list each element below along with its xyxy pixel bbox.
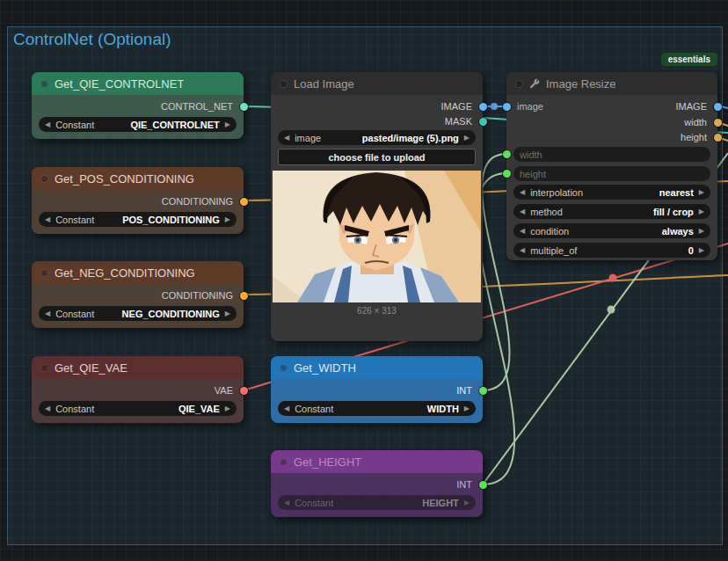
node-header[interactable]: Get_WIDTH [271, 356, 483, 379]
image-input-dot[interactable] [503, 103, 511, 111]
output-slot-label: IMAGE [441, 101, 483, 112]
int-output-dot[interactable] [479, 481, 487, 489]
node-header[interactable]: Get_QIE_CONTROLNET [32, 72, 244, 95]
collapse-icon[interactable] [280, 80, 288, 88]
next-value-icon[interactable]: ▶ [225, 216, 230, 223]
width-input-widget[interactable]: width [513, 147, 710, 162]
next-value-icon[interactable]: ▶ [699, 247, 704, 254]
prev-value-icon[interactable]: ◀ [520, 208, 525, 215]
widget-label: width [520, 149, 542, 160]
next-value-icon[interactable]: ▶ [699, 208, 704, 215]
mask-output-dot[interactable] [479, 118, 487, 126]
essentials-badge: essentials [661, 53, 717, 66]
prev-value-icon[interactable]: ◀ [45, 121, 50, 128]
interpolation-combo[interactable]: ◀ interpolation nearest ▶ [513, 185, 710, 200]
prev-value-icon[interactable]: ◀ [45, 405, 50, 412]
node-title: Get_HEIGHT [294, 455, 361, 469]
prev-value-icon[interactable]: ◀ [520, 247, 525, 254]
vae-output-dot[interactable] [240, 387, 248, 395]
next-value-icon[interactable]: ▶ [464, 405, 470, 412]
node-title: Get_NEG_CONDITIONING [55, 266, 195, 280]
next-value-icon[interactable]: ▶ [699, 228, 704, 235]
widget-label: image [295, 133, 321, 143]
prev-value-icon[interactable]: ◀ [45, 310, 50, 317]
node-title: Load Image [294, 77, 354, 91]
node-get-pos-conditioning[interactable]: Get_POS_CONDITIONING CONDITIONING ◀ Cons… [32, 167, 244, 234]
next-value-icon[interactable]: ▶ [225, 405, 230, 412]
node-title: Image Resize [546, 77, 615, 91]
node-header[interactable]: Get_NEG_CONDITIONING [32, 261, 244, 284]
widget-label: multiple_of [530, 245, 577, 256]
widget-label: Constant [295, 404, 333, 414]
height-input-dot[interactable] [503, 170, 511, 178]
next-value-icon[interactable]: ▶ [225, 121, 230, 128]
prev-value-icon[interactable]: ◀ [45, 216, 50, 223]
node-header[interactable]: Load Image [271, 72, 483, 95]
int-output-dot[interactable] [479, 387, 487, 395]
constant-widget[interactable]: ◀ Constant HEIGHT ▶ [278, 495, 476, 510]
next-value-icon[interactable]: ▶ [464, 135, 470, 142]
next-value-icon[interactable]: ▶ [699, 189, 704, 196]
widget-value: always [662, 226, 694, 237]
collapse-icon[interactable] [40, 364, 48, 372]
conditioning-output-dot[interactable] [240, 292, 248, 300]
node-header[interactable]: Image Resize [506, 72, 717, 95]
collapse-icon[interactable] [40, 175, 48, 183]
constant-widget[interactable]: ◀ Constant QIE_VAE ▶ [39, 401, 237, 416]
widget-label: Constant [55, 404, 94, 414]
upload-button[interactable]: choose file to upload [278, 149, 476, 165]
collapse-icon[interactable] [280, 364, 288, 372]
collapse-icon[interactable] [280, 458, 288, 466]
constant-widget[interactable]: ◀ Constant NEG_CONDITIONING ▶ [39, 306, 237, 321]
method-combo[interactable]: ◀ method fill / crop ▶ [513, 204, 710, 219]
prev-value-icon[interactable]: ◀ [520, 189, 525, 196]
node-header[interactable]: Get_QIE_VAE [32, 356, 244, 379]
next-value-icon[interactable]: ▶ [225, 310, 230, 317]
constant-widget[interactable]: ◀ Constant WIDTH ▶ [278, 401, 476, 416]
wrench-icon [529, 78, 540, 89]
widget-label: method [530, 207, 563, 217]
preview-illustration [273, 171, 481, 302]
prev-value-icon[interactable]: ◀ [284, 499, 289, 506]
width-output-dot[interactable] [714, 119, 722, 127]
prev-value-icon[interactable]: ◀ [284, 405, 289, 412]
node-header[interactable]: Get_POS_CONDITIONING [32, 167, 244, 190]
node-image-resize[interactable]: Image Resize image IMAGE width height wi… [506, 72, 717, 260]
node-get-qie-controlnet[interactable]: Get_QIE_CONTROLNET CONTROL_NET ◀ Constan… [32, 72, 244, 139]
node-get-qie-vae[interactable]: Get_QIE_VAE VAE ◀ Constant QIE_VAE ▶ [32, 356, 244, 423]
node-header[interactable]: Get_HEIGHT [271, 450, 483, 473]
prev-value-icon[interactable]: ◀ [284, 135, 289, 142]
constant-widget[interactable]: ◀ Constant QIE_CONTROLNET ▶ [39, 117, 237, 132]
output-slot-label: CONDITIONING [162, 196, 244, 207]
conditioning-output-dot[interactable] [240, 198, 248, 206]
node-title: Get_POS_CONDITIONING [55, 172, 194, 186]
node-load-image[interactable]: Load Image IMAGE MASK ◀ image pasted/ima… [271, 72, 483, 341]
output-slot-label: IMAGE [676, 101, 717, 112]
widget-label: Constant [295, 498, 333, 508]
prev-value-icon[interactable]: ◀ [520, 228, 525, 235]
widget-value: 0 [688, 245, 694, 256]
collapse-icon[interactable] [40, 80, 48, 88]
node-get-height[interactable]: Get_HEIGHT INT ◀ Constant HEIGHT ▶ [271, 450, 483, 517]
image-output-dot[interactable] [714, 103, 722, 111]
image-preview[interactable] [273, 171, 481, 302]
height-output-dot[interactable] [714, 134, 722, 142]
next-value-icon[interactable]: ▶ [464, 499, 470, 506]
condition-combo[interactable]: ◀ condition always ▶ [513, 223, 710, 238]
height-input-widget[interactable]: height [513, 166, 710, 181]
image-output-dot[interactable] [479, 103, 487, 111]
widget-value: HEIGHT [422, 498, 459, 508]
output-slot-label: width [684, 117, 717, 128]
widget-value: QIE_CONTROLNET [130, 120, 219, 130]
controlnet-output-dot[interactable] [240, 103, 248, 111]
constant-widget[interactable]: ◀ Constant POS_CONDITIONING ▶ [39, 212, 237, 227]
multiple-of-combo[interactable]: ◀ multiple_of 0 ▶ [513, 243, 710, 258]
width-input-dot[interactable] [503, 150, 511, 158]
collapse-icon[interactable] [515, 80, 523, 88]
node-get-width[interactable]: Get_WIDTH INT ◀ Constant WIDTH ▶ [271, 356, 483, 423]
image-combo-widget[interactable]: ◀ image pasted/image (5).png ▶ [278, 130, 476, 145]
collapse-icon[interactable] [40, 269, 48, 277]
widget-label: Constant [55, 120, 94, 130]
node-get-neg-conditioning[interactable]: Get_NEG_CONDITIONING CONDITIONING ◀ Cons… [32, 261, 244, 328]
widget-label: condition [530, 226, 569, 237]
